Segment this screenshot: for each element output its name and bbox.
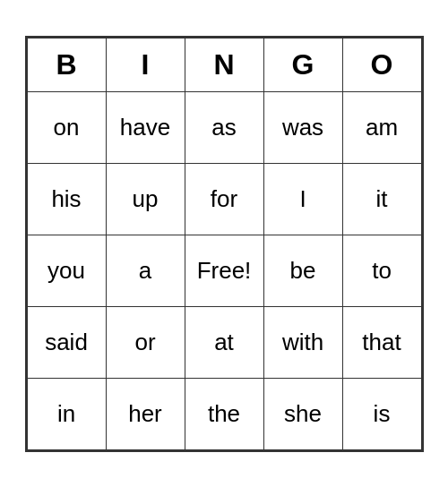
cell-r0-c3: was [263,91,342,163]
cell-r2-c4: to [342,235,421,306]
cell-r1-c3: I [263,163,342,235]
cell-r1-c1: up [106,163,185,235]
cell-r2-c2: Free! [185,235,263,306]
cell-r0-c2: as [185,91,263,163]
cell-r1-c0: his [27,163,106,235]
cell-r3-c3: with [263,306,342,378]
cell-r2-c3: be [263,235,342,306]
cell-r4-c4: is [342,378,421,449]
cell-r3-c2: at [185,306,263,378]
cell-r4-c2: the [185,378,263,449]
col-b: B [27,38,106,91]
bingo-card: B I N G O onhaveaswasamhisupforIityouaFr… [25,36,424,452]
cell-r1-c4: it [342,163,421,235]
cell-r3-c1: or [106,306,185,378]
cell-r1-c2: for [185,163,263,235]
cell-r4-c3: she [263,378,342,449]
cell-r0-c4: am [342,91,421,163]
cell-r3-c0: said [27,306,106,378]
table-row: hisupforIit [27,163,421,235]
cell-r3-c4: that [342,306,421,378]
col-g: G [263,38,342,91]
bingo-table: B I N G O onhaveaswasamhisupforIityouaFr… [27,38,422,450]
col-i: I [106,38,185,91]
cell-r4-c0: in [27,378,106,449]
col-n: N [185,38,263,91]
col-o: O [342,38,421,91]
table-row: inherthesheis [27,378,421,449]
cell-r2-c0: you [27,235,106,306]
header-row: B I N G O [27,38,421,91]
cell-r4-c1: her [106,378,185,449]
cell-r2-c1: a [106,235,185,306]
table-row: youaFree!beto [27,235,421,306]
cell-r0-c0: on [27,91,106,163]
table-row: saidoratwiththat [27,306,421,378]
table-row: onhaveaswasam [27,91,421,163]
cell-r0-c1: have [106,91,185,163]
